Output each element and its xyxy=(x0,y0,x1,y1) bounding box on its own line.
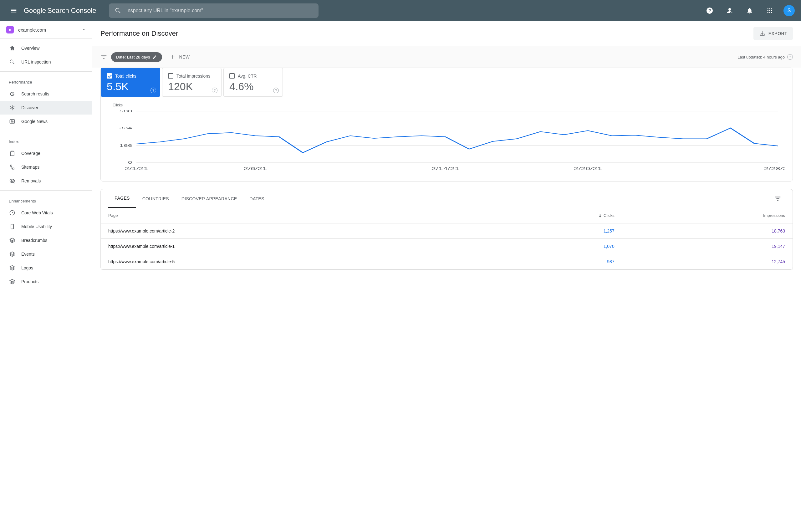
news-icon xyxy=(9,118,16,125)
help-icon: ? xyxy=(706,7,713,14)
tab-discover-appearance[interactable]: DISCOVER APPEARANCE xyxy=(175,190,244,208)
sidebar-item-coverage[interactable]: Coverage xyxy=(0,147,92,160)
svg-text:166: 166 xyxy=(119,144,132,147)
eye-off-icon xyxy=(9,177,16,184)
cell-clicks: 987 xyxy=(477,254,622,269)
layers-icon xyxy=(9,264,16,271)
svg-point-8 xyxy=(767,12,768,13)
sidebar-item-products[interactable]: Products xyxy=(0,275,92,288)
sidebar-item-google-news[interactable]: Google News xyxy=(0,115,92,128)
last-updated: Last updated: 4 hours ago ? xyxy=(738,54,793,60)
sidebar-item-removals[interactable]: Removals xyxy=(0,174,92,188)
table-row[interactable]: https://www.example.com/article-1 1,070 … xyxy=(101,239,793,254)
metric-card-total-clicks[interactable]: Total clicks 5.5K ? xyxy=(101,68,160,97)
gauge-icon xyxy=(9,209,16,216)
chart-area: Clicks 01663345002/1/212/6/212/14/212/20… xyxy=(101,97,793,181)
logo-product: Search Console xyxy=(47,6,96,15)
content: Performance on Discover EXPORT Date: Las… xyxy=(92,21,801,532)
sidebar-item-url-inspection[interactable]: URL inspection xyxy=(0,55,92,69)
sidebar-item-core-web-vitals[interactable]: Core Web Vitals xyxy=(0,206,92,220)
sidebar-item-label: Logos xyxy=(21,265,33,270)
filter-bar: Date: Last 28 days NEW Last updated: 4 h… xyxy=(92,46,801,68)
sidebar-item-label: URL inspection xyxy=(21,59,51,64)
export-button[interactable]: EXPORT xyxy=(754,27,793,40)
property-name: example.com xyxy=(18,27,78,33)
table-row[interactable]: https://www.example.com/article-2 1,257 … xyxy=(101,223,793,239)
sidebar-item-discover[interactable]: Discover xyxy=(0,101,92,115)
sidebar-item-label: Mobile Usability xyxy=(21,224,52,229)
clicks-line-chart: 01663345002/1/212/6/212/14/212/20/212/28… xyxy=(108,109,785,172)
users-button[interactable] xyxy=(723,4,736,17)
sidebar-item-mobile-usability[interactable]: Mobile Usability xyxy=(0,220,92,233)
cell-page: https://www.example.com/article-1 xyxy=(101,239,477,254)
help-icon[interactable]: ? xyxy=(212,88,217,93)
help-button[interactable]: ? xyxy=(703,4,716,17)
sidebar-item-overview[interactable]: Overview xyxy=(0,41,92,55)
menu-button[interactable] xyxy=(6,3,21,18)
sidebar: e example.com OverviewURL inspectionPerf… xyxy=(0,21,92,532)
help-icon[interactable]: ? xyxy=(151,88,156,93)
pages-icon xyxy=(9,150,16,157)
checkbox-icon xyxy=(107,73,112,79)
metric-card-avg-ctr[interactable]: Avg. CTR 4.6% ? xyxy=(223,68,283,97)
svg-point-5 xyxy=(767,10,768,11)
metric-label: Total clicks xyxy=(115,74,136,79)
new-filter-button[interactable]: NEW xyxy=(166,51,193,62)
sidebar-item-sitemaps[interactable]: Sitemaps xyxy=(0,160,92,174)
asterisk-icon xyxy=(9,104,16,111)
svg-text:0: 0 xyxy=(128,160,132,164)
metric-label: Avg. CTR xyxy=(238,74,256,79)
svg-point-6 xyxy=(769,10,770,11)
svg-text:2/28/21: 2/28/21 xyxy=(764,167,785,171)
cell-page: https://www.example.com/article-2 xyxy=(101,223,477,239)
plus-icon xyxy=(170,54,176,60)
user-settings-icon xyxy=(726,7,733,14)
sidebar-item-label: Sitemaps xyxy=(21,165,39,170)
mobile-icon xyxy=(9,223,16,230)
sidebar-item-events[interactable]: Events xyxy=(0,247,92,261)
download-icon xyxy=(759,30,765,37)
sitemap-icon xyxy=(9,164,16,171)
sidebar-item-logos[interactable]: Logos xyxy=(0,261,92,275)
filter-icon[interactable] xyxy=(100,54,107,60)
tabs: PAGESCOUNTRIESDISCOVER APPEARANCEDATES xyxy=(101,189,793,208)
sidebar-item-breadcrumbs[interactable]: Breadcrumbs xyxy=(0,233,92,247)
tab-pages[interactable]: PAGES xyxy=(108,189,136,208)
filter-icon xyxy=(775,195,781,202)
apps-grid-icon xyxy=(767,7,773,14)
notifications-button[interactable] xyxy=(743,4,756,17)
svg-text:2/20/21: 2/20/21 xyxy=(574,167,602,171)
sidebar-item-search-results[interactable]: Search results xyxy=(0,87,92,101)
svg-point-9 xyxy=(769,12,770,13)
tab-countries[interactable]: COUNTRIES xyxy=(136,190,175,208)
svg-point-10 xyxy=(771,12,772,13)
avatar[interactable]: S xyxy=(783,5,795,16)
chevron-down-icon xyxy=(82,28,86,32)
sidebar-item-label: Events xyxy=(21,252,35,256)
table-filter-button[interactable] xyxy=(771,191,785,206)
pages-table: Page ClicksImpressions https://www.examp… xyxy=(101,208,793,269)
apps-button[interactable] xyxy=(763,4,776,17)
column-header-page[interactable]: Page xyxy=(101,208,477,223)
sidebar-item-label: Core Web Vitals xyxy=(21,210,53,215)
metric-card-total-impressions[interactable]: Total impressions 120K ? xyxy=(162,68,222,97)
section-label: Index xyxy=(0,134,92,147)
help-icon[interactable]: ? xyxy=(787,54,793,60)
help-icon[interactable]: ? xyxy=(273,88,279,93)
metric-value: 4.6% xyxy=(229,80,277,93)
property-selector[interactable]: e example.com xyxy=(0,21,92,39)
chart-title: Clicks xyxy=(113,103,785,107)
cell-impressions: 18,763 xyxy=(622,223,793,239)
table-panel: PAGESCOUNTRIESDISCOVER APPEARANCEDATES P… xyxy=(100,189,793,270)
column-header-clicks[interactable]: Clicks xyxy=(477,208,622,223)
property-icon: e xyxy=(6,26,14,34)
table-row[interactable]: https://www.example.com/article-5 987 12… xyxy=(101,254,793,269)
cell-clicks: 1,257 xyxy=(477,223,622,239)
page-title: Performance on Discover xyxy=(100,30,178,38)
search-input[interactable] xyxy=(127,8,313,14)
column-header-impressions[interactable]: Impressions xyxy=(622,208,793,223)
search-bar[interactable] xyxy=(109,3,319,18)
hamburger-icon xyxy=(10,7,17,14)
tab-dates[interactable]: DATES xyxy=(244,190,271,208)
date-filter-chip[interactable]: Date: Last 28 days xyxy=(111,52,162,62)
